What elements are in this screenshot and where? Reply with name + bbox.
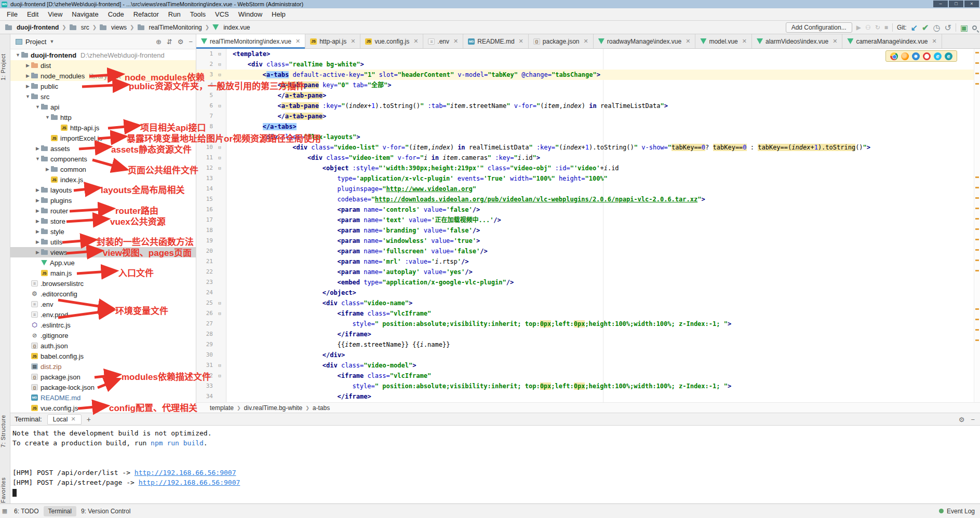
tree-item-package-lock.json[interactable]: {}package-lock.json: [10, 382, 196, 392]
event-log-widget[interactable]: Event Log: [939, 508, 975, 515]
gear-icon[interactable]: ⚙: [178, 38, 184, 46]
code-line[interactable]: 11⊟<div class="video-item" v-for="i in i…: [196, 153, 980, 163]
menu-navigate[interactable]: Navigate: [67, 8, 103, 20]
locate-file-icon[interactable]: ⊕: [156, 38, 162, 46]
ie-browser-icon[interactable]: e: [934, 52, 942, 60]
warning-mark-icon[interactable]: [975, 187, 979, 188]
code-editor[interactable]: 1⊟<template>2⊟<div class="realTime bg-wh…: [196, 49, 980, 402]
code-line[interactable]: 17<param name='text' value='正在加载视频中...'/…: [196, 215, 980, 225]
tree-item-.env.prod[interactable]: ≡.env.prod: [10, 309, 196, 320]
search-everywhere-icon[interactable]: [972, 25, 977, 30]
status-item-9-version-control[interactable]: 9: Version Control: [76, 506, 135, 516]
code-line[interactable]: 33style=" position:absolute;visibility:i…: [196, 381, 980, 391]
tree-item-main.js[interactable]: JSmain.js: [10, 268, 196, 278]
breadcrumb-item[interactable]: index.vue: [211, 24, 251, 31]
hide-panel-icon[interactable]: −: [971, 416, 975, 424]
tree-item-.gitignore[interactable]: ⊘.gitignore: [10, 330, 196, 340]
warning-mark-icon[interactable]: [975, 270, 979, 271]
tree-item-dist.zip[interactable]: ▤dist.zip: [10, 361, 196, 372]
code-line[interactable]: 32⊟<iframe class="vlcIframe": [196, 371, 980, 381]
menu-refactor[interactable]: Refactor: [129, 8, 164, 20]
tool-button-structure[interactable]: 7: Structure: [0, 403, 10, 460]
tree-item-.browserslistrc[interactable]: ≡.browserslistrc: [10, 278, 196, 289]
tree-item-public[interactable]: ▶public: [10, 81, 196, 91]
editor-tab[interactable]: roadwayManage\index.vue✕: [594, 34, 696, 48]
tree-item-router[interactable]: ▶router: [10, 206, 196, 216]
close-button[interactable]: ×: [964, 1, 979, 7]
run-anything-icon[interactable]: ▣: [960, 23, 968, 33]
rollback-icon[interactable]: ↺: [944, 23, 951, 33]
warning-mark-icon[interactable]: [975, 73, 979, 74]
warning-mark-icon[interactable]: [975, 52, 979, 53]
tree-item-package.json[interactable]: {}package.json: [10, 372, 196, 382]
editor-tab[interactable]: realTimeMonitoring\index.vue✕: [196, 34, 305, 48]
code-line[interactable]: 26⊟<iframe class="vlcIframe": [196, 308, 980, 319]
tree-item-style[interactable]: ▶style: [10, 226, 196, 237]
code-line[interactable]: 13type='application/x-vlc-plugin' events…: [196, 173, 980, 184]
project-panel-header[interactable]: Project ▼ ⊕ ⇵ ⚙ −: [10, 34, 196, 49]
code-line[interactable]: 10⊟<div class="video-list" v-for="(item,…: [196, 142, 980, 153]
code-line[interactable]: 5</a-tab-pane>: [196, 90, 980, 101]
warning-mark-icon[interactable]: [975, 218, 979, 220]
code-line[interactable]: 12⊟<object :style="'width:390px;height:2…: [196, 163, 980, 173]
firefox-browser-icon[interactable]: [901, 52, 909, 60]
close-icon[interactable]: ✕: [686, 38, 690, 45]
tree-item-index.js[interactable]: JSindex.js: [10, 174, 196, 185]
menu-vcs[interactable]: VCS: [210, 8, 234, 20]
history-icon[interactable]: ◷: [933, 23, 941, 33]
tree-item-.eslintrc.js[interactable]: ⬡.eslintrc.js: [10, 320, 196, 330]
close-icon[interactable]: ✕: [833, 38, 837, 45]
safari-browser-icon[interactable]: [912, 52, 920, 60]
code-line[interactable]: 23<embed type="application/x-google-vlc-…: [196, 277, 980, 288]
git-commit-icon[interactable]: ✔: [922, 23, 929, 33]
warning-mark-icon[interactable]: [975, 260, 979, 261]
code-line[interactable]: 6⊟<a-tab-pane :key="(index+1).toString()…: [196, 101, 980, 111]
editor-tab[interactable]: cameraManage\index.vue✕: [842, 34, 942, 48]
code-line[interactable]: 7</a-tab-pane>: [196, 111, 980, 121]
tree-item-README.md[interactable]: MDREADME.md: [10, 392, 196, 403]
code-line[interactable]: 9⊟<div class="flex-layouts">: [196, 132, 980, 142]
warning-mark-icon[interactable]: [975, 228, 979, 230]
tree-item-auth.json[interactable]: {}auth.json: [10, 340, 196, 351]
breadcrumb-a-tabs[interactable]: a-tabs: [313, 404, 330, 412]
error-stripe[interactable]: [974, 49, 980, 402]
breadcrumb-item[interactable]: realTimeMonitoring: [137, 24, 203, 31]
code-line[interactable]: 28</iframe>: [196, 329, 980, 339]
menu-help[interactable]: Help: [267, 8, 290, 20]
warning-mark-icon[interactable]: [975, 176, 979, 178]
close-icon[interactable]: ✕: [584, 38, 588, 45]
warning-mark-icon[interactable]: [975, 249, 979, 251]
tree-item-components[interactable]: ▼components: [10, 154, 196, 164]
minimize-button[interactable]: –: [933, 1, 948, 7]
close-icon[interactable]: ✕: [453, 38, 458, 45]
add-configuration-button[interactable]: Add Configuration...: [786, 22, 852, 33]
tree-item-importExcel.js[interactable]: JSimportExcel.js: [10, 133, 196, 143]
breadcrumb-div[interactable]: div.realTime.bg-white: [244, 404, 303, 412]
status-item-terminal[interactable]: Terminal: [44, 506, 76, 516]
tree-item-babel.config.js[interactable]: JSbabel.config.js: [10, 351, 196, 361]
code-line[interactable]: 21<param name='mrl' :value='i.rtsp'/>: [196, 256, 980, 267]
menu-code[interactable]: Code: [103, 8, 129, 20]
warning-mark-icon[interactable]: [975, 329, 979, 331]
tree-item-vue.config.js[interactable]: JSvue.config.js: [10, 403, 196, 413]
breadcrumb-item[interactable]: src: [69, 24, 90, 31]
terminal-output[interactable]: Note that the development build is not o…: [12, 428, 963, 497]
tree-item-.editorconfig[interactable]: ⚙.editorconfig: [10, 289, 196, 299]
breadcrumb-template[interactable]: template: [210, 404, 234, 412]
tree-item-App.vue[interactable]: App.vue: [10, 257, 196, 268]
warning-mark-icon[interactable]: [975, 83, 979, 85]
tree-item-root[interactable]: ▼duoji-frontendD:\zheheWeb\duoji-fronten…: [10, 50, 196, 60]
close-icon[interactable]: ✕: [351, 38, 355, 45]
tool-button-project[interactable]: 1: Project: [0, 38, 10, 96]
close-icon[interactable]: ✕: [413, 38, 418, 45]
code-line[interactable]: 2⊟<div class="realTime bg-white">: [196, 59, 980, 70]
code-line[interactable]: 31⊟<div class="video-model">: [196, 360, 980, 371]
menu-file[interactable]: File: [2, 8, 22, 20]
stop-icon[interactable]: ■: [884, 24, 888, 31]
warning-mark-icon[interactable]: [975, 239, 979, 240]
code-line[interactable]: 19<param name='windowless' value='true'>: [196, 236, 980, 246]
warning-mark-icon[interactable]: [975, 308, 979, 310]
tree-item-assets[interactable]: ▶assets: [10, 143, 196, 154]
tree-item-http[interactable]: ▼http: [10, 112, 196, 122]
breadcrumb-item[interactable]: views: [99, 24, 128, 31]
